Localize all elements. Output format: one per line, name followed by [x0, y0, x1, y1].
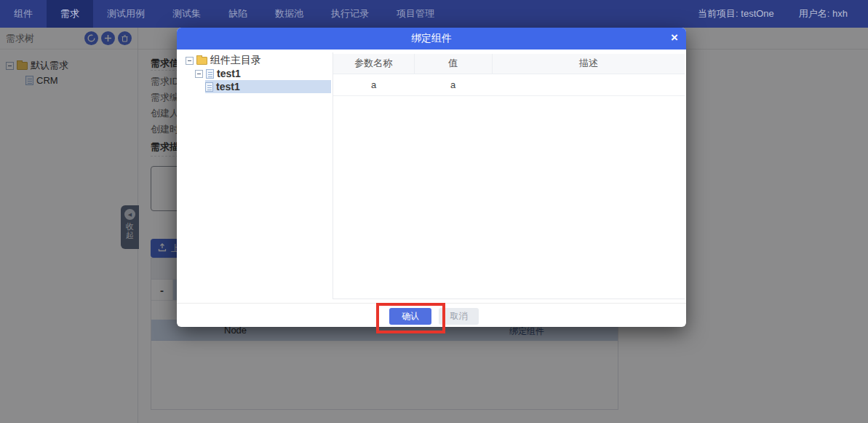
nav-item-defects[interactable]: 缺陷 — [215, 0, 261, 28]
component-tree-root[interactable]: 组件主目录 — [186, 54, 331, 67]
nav-item-datapool[interactable]: 数据池 — [261, 0, 317, 28]
tree-node-label: test1 — [217, 68, 241, 79]
component-tree-node[interactable]: test1 — [195, 67, 331, 80]
bind-component-dialog: 绑定组件 × 组件主目录 test1 test1 — [177, 28, 686, 327]
nav-item-requirements[interactable]: 需求 — [47, 0, 93, 28]
param-name-cell: a — [333, 74, 414, 95]
close-icon[interactable]: × — [671, 31, 678, 45]
collapse-expander-icon[interactable] — [186, 57, 194, 65]
tree-node-label: 组件主目录 — [210, 54, 261, 67]
folder-icon — [196, 57, 207, 65]
tree-node-label: test1 — [216, 81, 240, 92]
file-icon — [206, 69, 214, 79]
table-row[interactable]: a a — [333, 74, 685, 95]
top-navbar: 组件 需求 测试用例 测试集 缺陷 数据池 执行记录 项目管理 当前项目: te… — [0, 0, 868, 28]
nav-item-components[interactable]: 组件 — [0, 0, 47, 28]
column-header-value: 值 — [414, 54, 492, 74]
divider — [177, 303, 686, 304]
username-label: 用户名: hxh — [799, 7, 848, 20]
collapse-expander-icon[interactable] — [195, 70, 203, 78]
dialog-header[interactable]: 绑定组件 × — [177, 28, 686, 50]
file-icon — [205, 82, 213, 92]
parameter-table: 参数名称 值 描述 a a — [333, 54, 685, 96]
confirm-button[interactable]: 确认 — [389, 308, 431, 325]
nav-item-testsets[interactable]: 测试集 — [159, 0, 215, 28]
component-tree-node-selected[interactable]: test1 — [205, 80, 331, 93]
cancel-button[interactable]: 取消 — [439, 308, 479, 325]
param-value-cell: a — [414, 74, 492, 95]
component-tree: 组件主目录 test1 test1 — [186, 54, 331, 93]
current-project-label: 当前项目: testOne — [698, 7, 774, 20]
dialog-title: 绑定组件 — [411, 32, 452, 45]
navbar-right-info: 当前项目: testOne 用户名: hxh — [698, 0, 868, 28]
nav-item-project-management[interactable]: 项目管理 — [383, 0, 448, 28]
column-header-param-name: 参数名称 — [333, 54, 414, 74]
divider — [333, 299, 685, 299]
param-desc-cell — [492, 74, 685, 95]
column-header-description: 描述 — [492, 54, 685, 74]
nav-item-testcases[interactable]: 测试用例 — [93, 0, 159, 28]
app-window: 组件 需求 测试用例 测试集 缺陷 数据池 执行记录 项目管理 当前项目: te… — [0, 0, 868, 423]
nav-item-execution-records[interactable]: 执行记录 — [317, 0, 383, 28]
